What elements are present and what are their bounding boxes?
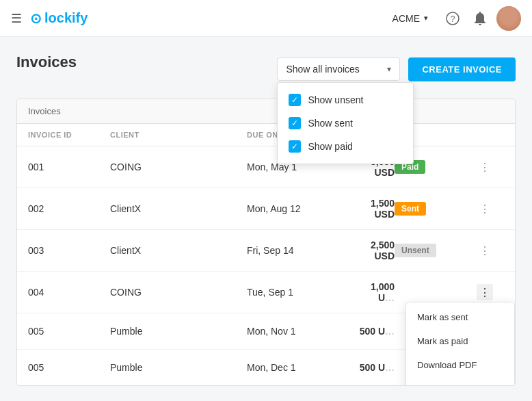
col-header-id: INVOICE ID: [28, 131, 110, 139]
row-actions-button[interactable]: ⋮: [477, 242, 493, 259]
client-name: Pumble: [110, 326, 247, 337]
invoice-id: 002: [28, 203, 110, 214]
logo-clock-icon: ⊙: [30, 10, 42, 27]
amount: 1,000 U…: [356, 281, 395, 303]
client-name: Pumble: [110, 362, 247, 373]
invoice-id: 001: [28, 161, 110, 172]
svg-text:?: ?: [451, 14, 455, 24]
section-label: Invoices: [28, 106, 61, 116]
context-mark-sent[interactable]: Mark as sent: [406, 305, 514, 329]
invoice-id: 005: [28, 362, 110, 373]
filter-option-unsent[interactable]: ✓ Show unsent: [278, 88, 413, 112]
client-name: ClientX: [110, 245, 247, 256]
amount: 2,500 USD: [356, 240, 395, 261]
invoices-table: Invoices INVOICE ID CLIENT DUE ON 001 CO…: [16, 99, 516, 386]
create-invoice-button[interactable]: CREATE INVOICE: [408, 57, 516, 81]
context-menu: Mark as sent Mark as paid Download PDF D…: [405, 302, 515, 386]
due-date: Fri, Sep 14: [247, 245, 356, 256]
workspace-selector[interactable]: ACME ▾: [393, 13, 428, 24]
table-row: 002 ClientX Mon, Aug 12 1,500 USD Sent ⋮: [17, 188, 515, 230]
due-date: Tue, Sep 1: [247, 287, 356, 298]
context-download-pdf[interactable]: Download PDF: [406, 353, 514, 377]
table-column-headers: INVOICE ID CLIENT DUE ON: [17, 124, 515, 146]
filter-dropdown[interactable]: Show all invoices ▾: [277, 57, 400, 81]
client-name: COING: [110, 161, 247, 172]
checkbox-sent-icon: ✓: [289, 117, 301, 129]
invoice-id: 003: [28, 245, 110, 256]
checkbox-paid-icon: ✓: [289, 140, 301, 153]
filter-option-unsent-label: Show unsent: [308, 94, 363, 105]
table-row: 003 ClientX Fri, Sep 14 2,500 USD Unsent…: [17, 230, 515, 272]
dropdown-arrow-icon: ▾: [387, 64, 391, 74]
page-title: Invoices: [16, 53, 77, 71]
context-delete[interactable]: Delete: [406, 377, 514, 386]
menu-icon[interactable]: ☰: [11, 11, 22, 26]
checkbox-unsent-icon: ✓: [289, 94, 301, 106]
amount: 500 U…: [356, 362, 395, 373]
invoice-id: 005: [28, 326, 110, 337]
filter-option-sent[interactable]: ✓ Show sent: [278, 112, 413, 135]
unsent-badge: Unsent: [395, 244, 436, 257]
row-actions-button[interactable]: ⋮: [477, 284, 493, 300]
logo-text: lockify: [44, 10, 88, 26]
avatar[interactable]: [496, 6, 521, 31]
filter-option-paid-label: Show paid: [308, 141, 352, 152]
sent-badge: Sent: [395, 202, 426, 216]
row-actions-button[interactable]: ⋮: [477, 200, 493, 217]
amount: 500 U…: [356, 326, 395, 337]
question-icon: ?: [446, 12, 460, 25]
due-date: Mon, Nov 1: [247, 326, 356, 337]
status-badge: Sent: [395, 202, 477, 216]
amount: 1,500 USD: [356, 198, 395, 220]
due-date: Mon, Dec 1: [247, 362, 356, 373]
filter-option-paid[interactable]: ✓ Show paid: [278, 135, 413, 158]
context-mark-paid[interactable]: Mark as paid: [406, 329, 514, 353]
notifications-button[interactable]: [468, 6, 492, 31]
col-header-client: CLIENT: [110, 131, 247, 139]
col-header-actions: [477, 131, 504, 139]
main-content: Invoices Show all invoices ▾ ✓ Show unse…: [0, 37, 532, 386]
bell-icon: [474, 12, 486, 25]
filter-wrapper: Show all invoices ▾ ✓ Show unsent ✓ Show…: [277, 57, 400, 81]
logo: ⊙ lockify: [30, 10, 88, 27]
client-name: COING: [110, 287, 247, 298]
filter-panel: ✓ Show unsent ✓ Show sent ✓ Show paid: [277, 82, 414, 164]
invoice-id: 004: [28, 287, 110, 298]
due-date: Mon, Aug 12: [247, 203, 356, 214]
workspace-name: ACME: [393, 13, 420, 24]
table-row: 001 COING Mon, May 1 3,000 USD Paid ⋮: [17, 146, 515, 188]
row-actions-button[interactable]: ⋮: [477, 159, 493, 175]
filter-label: Show all invoices: [286, 64, 359, 75]
filter-option-sent-label: Show sent: [308, 118, 352, 129]
help-button[interactable]: ?: [440, 6, 465, 31]
workspace-arrow-icon: ▾: [424, 14, 428, 23]
status-badge: Unsent: [395, 244, 477, 257]
table-row: 004 COING Tue, Sep 1 1,000 U… ⋮ Mark as …: [17, 272, 515, 313]
table-section-label: Invoices: [17, 99, 515, 124]
client-name: ClientX: [110, 203, 247, 214]
header: ☰ ⊙ lockify ACME ▾ ?: [0, 0, 532, 37]
